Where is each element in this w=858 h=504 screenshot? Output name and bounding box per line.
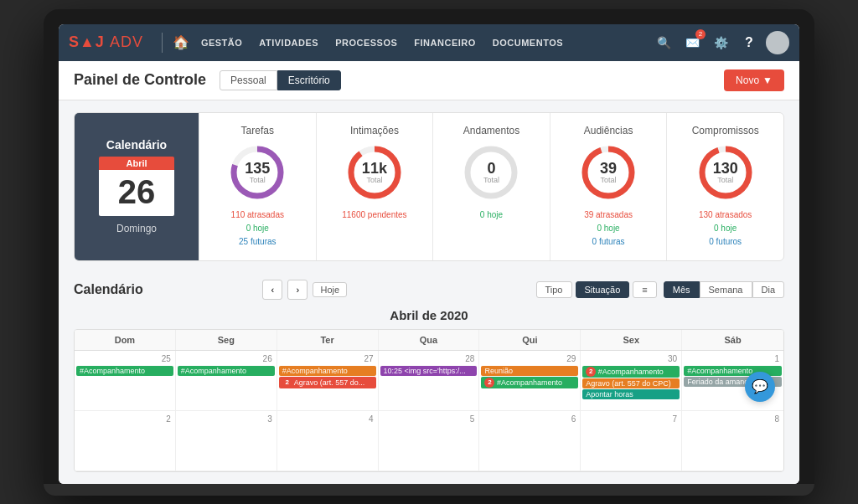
filter-options-button[interactable]: ≡ bbox=[633, 281, 656, 298]
intimacoes-num: 11k bbox=[362, 161, 387, 176]
calendar-section-title: Calendário bbox=[74, 282, 262, 297]
calendar-header: Calendário ‹ › Hoje Tipo Situação ≡ Mês … bbox=[74, 273, 784, 300]
view-dia-button[interactable]: Dia bbox=[752, 281, 785, 298]
chat-button[interactable]: 💬 bbox=[745, 372, 775, 402]
compromissos-title: Compromissos bbox=[692, 125, 759, 136]
andamentos-donut: 0 Total bbox=[462, 143, 520, 202]
andamentos-details: 0 hoje bbox=[480, 208, 503, 222]
mail-icon[interactable]: ✉️ 2 bbox=[680, 31, 704, 54]
calendar-day: 26 bbox=[99, 170, 174, 216]
event-agravo-1[interactable]: 2 Agravo (art. 557 do... bbox=[279, 377, 376, 388]
cal-cell-5[interactable]: 5 bbox=[379, 411, 480, 471]
compromissos-num: 130 bbox=[713, 161, 738, 176]
tarefas-card: Tarefas 135 Total 110 atrasadas 0 bbox=[199, 113, 316, 260]
cal-cell-27[interactable]: 27 #Acompanhamento 2 Agravo (art. 557 do… bbox=[277, 351, 379, 411]
intimacoes-title: Intimações bbox=[350, 125, 399, 136]
help-icon[interactable]: ? bbox=[737, 31, 761, 54]
andamentos-num: 0 bbox=[483, 161, 499, 176]
nav-financeiro[interactable]: FINANCEIRO bbox=[406, 38, 483, 48]
tab-escritorio[interactable]: Escritório bbox=[277, 70, 341, 90]
calendar-controls: ‹ › Hoje bbox=[262, 280, 347, 300]
event-acompanhamento-4[interactable]: 2 #Acompanhamento bbox=[481, 377, 578, 388]
cal-cell-7[interactable]: 7 bbox=[581, 411, 682, 471]
cal-next-button[interactable]: › bbox=[287, 280, 308, 300]
cal-cell-30[interactable]: 30 2 #Acompanhamento Agravo (art. 557 do… bbox=[581, 351, 682, 411]
event-reuniao[interactable]: Reunião bbox=[481, 366, 578, 376]
calendar-card-title: Calendário bbox=[106, 138, 167, 152]
home-icon[interactable]: 🏠 bbox=[173, 34, 189, 50]
event-acompanhamento-2[interactable]: #Acompanhamento bbox=[178, 366, 275, 376]
audiencias-card: Audiências 39 Total 39 atrasadas bbox=[550, 113, 667, 260]
calendar-card: Calendário Abril 26 Domingo bbox=[75, 113, 199, 260]
filter-tipo-button[interactable]: Tipo bbox=[536, 281, 572, 298]
intimacoes-donut: 11k Total bbox=[345, 143, 404, 202]
cal-cell-4[interactable]: 4 bbox=[277, 411, 379, 471]
compromissos-label: Total bbox=[713, 176, 738, 184]
tarefas-donut: 135 Total bbox=[228, 143, 287, 202]
event-img-1[interactable]: 10:25 <img src='https:/... bbox=[380, 366, 478, 376]
event-acompanhamento-3[interactable]: #Acompanhamento bbox=[279, 366, 376, 376]
event-agravo-2[interactable]: Agravo (art. 557 do CPC) bbox=[582, 378, 680, 388]
main-nav: GESTÃO ATIVIDADES PROCESSOS FINANCEIRO D… bbox=[193, 38, 571, 48]
event-acompanhamento-1[interactable]: #Acompanhamento bbox=[76, 366, 173, 376]
view-semana-button[interactable]: Semana bbox=[700, 281, 752, 298]
navbar-right: 🔍 ✉️ 2 ⚙️ ? bbox=[652, 31, 789, 54]
search-icon[interactable]: 🔍 bbox=[652, 31, 675, 54]
cal-today-button[interactable]: Hoje bbox=[313, 282, 347, 297]
event-apontar-horas[interactable]: Apontar horas bbox=[582, 389, 680, 399]
mail-badge: 2 bbox=[695, 29, 706, 39]
col-sex: Sex bbox=[581, 330, 682, 350]
cal-cell-8[interactable]: 8 bbox=[682, 411, 783, 471]
cal-cell-3[interactable]: 3 bbox=[176, 411, 277, 471]
nav-processos[interactable]: PROCESSOS bbox=[327, 38, 406, 48]
audiencias-label: Total bbox=[600, 176, 617, 184]
col-qui: Qui bbox=[479, 330, 581, 350]
col-dom: Dom bbox=[75, 330, 176, 350]
cal-cell-26[interactable]: 26 #Acompanhamento bbox=[176, 351, 277, 411]
tab-pessoal[interactable]: Pessoal bbox=[220, 70, 277, 90]
compromissos-card: Compromissos 130 Total 130 atrasados bbox=[666, 113, 783, 260]
page-title: Painel de Controle bbox=[74, 71, 206, 89]
col-ter: Ter bbox=[277, 330, 379, 350]
nav-gestao[interactable]: GESTÃO bbox=[193, 38, 251, 48]
cal-cell-25[interactable]: 25 #Acompanhamento bbox=[75, 351, 176, 411]
tarefas-num: 135 bbox=[245, 161, 270, 176]
cal-cell-29[interactable]: 29 Reunião 2 #Acompanhamento bbox=[479, 351, 581, 411]
tarefas-label: Total bbox=[245, 176, 270, 184]
event-acompanhamento-5[interactable]: 2 #Acompanhamento bbox=[582, 366, 680, 378]
nav-atividades[interactable]: ATIVIDADES bbox=[251, 38, 327, 48]
cal-cell-28[interactable]: 28 10:25 <img src='https:/... bbox=[379, 351, 480, 411]
andamentos-title: Andamentos bbox=[463, 125, 519, 136]
cal-filter-buttons: Tipo Situação ≡ bbox=[536, 281, 657, 298]
calendar-grid: Dom Seg Ter Qua Qui Sex Sáb 25 #Acompanh… bbox=[74, 329, 784, 472]
tarefas-details: 110 atrasadas 0 hoje 25 futuras bbox=[231, 208, 284, 249]
settings-icon[interactable]: ⚙️ bbox=[709, 31, 732, 54]
audiencias-details: 39 atrasadas 0 hoje 0 futuras bbox=[584, 208, 633, 249]
cal-cell-6[interactable]: 6 bbox=[479, 411, 581, 471]
andamentos-card: Andamentos 0 Total 0 hoje bbox=[432, 113, 550, 260]
cal-prev-button[interactable]: ‹ bbox=[262, 280, 282, 300]
compromissos-donut: 130 Total bbox=[696, 143, 755, 202]
cal-cell-1[interactable]: 1 #Acompanhamento Feriado da amanda 💬 bbox=[682, 351, 783, 411]
view-mes-button[interactable]: Mês bbox=[664, 281, 700, 298]
tab-group: Pessoal Escritório bbox=[220, 70, 341, 90]
cards-row: Calendário Abril 26 Domingo Tarefas 13 bbox=[74, 112, 784, 261]
calendar-grid-header: Dom Seg Ter Qua Qui Sex Sáb bbox=[75, 330, 783, 351]
intimacoes-details: 11600 pendentes bbox=[342, 208, 406, 222]
novo-button[interactable]: Novo ▼ bbox=[724, 69, 784, 91]
col-qua: Qua bbox=[379, 330, 480, 350]
calendar-grid-body: 25 #Acompanhamento 26 #Acompanhamento 27… bbox=[75, 351, 783, 471]
audiencias-donut: 39 Total bbox=[579, 143, 638, 202]
view-buttons: Mês Semana Dia bbox=[664, 281, 784, 298]
cal-cell-2[interactable]: 2 bbox=[75, 411, 176, 471]
nav-divider bbox=[162, 33, 163, 53]
filter-situacao-button[interactable]: Situação bbox=[576, 281, 630, 298]
calendar-month-title: Abril de 2020 bbox=[74, 308, 784, 322]
header-right: Novo ▼ bbox=[724, 69, 784, 91]
col-seg: Seg bbox=[176, 330, 277, 350]
calendar-month-badge: Abril bbox=[99, 157, 174, 170]
user-avatar[interactable] bbox=[766, 31, 789, 54]
navbar: S▲J ADV 🏠 GESTÃO ATIVIDADES PROCESSOS FI… bbox=[59, 24, 799, 61]
calendar-section: Calendário ‹ › Hoje Tipo Situação ≡ Mês … bbox=[59, 273, 799, 484]
nav-documentos[interactable]: DOCUMENTOS bbox=[484, 38, 571, 48]
